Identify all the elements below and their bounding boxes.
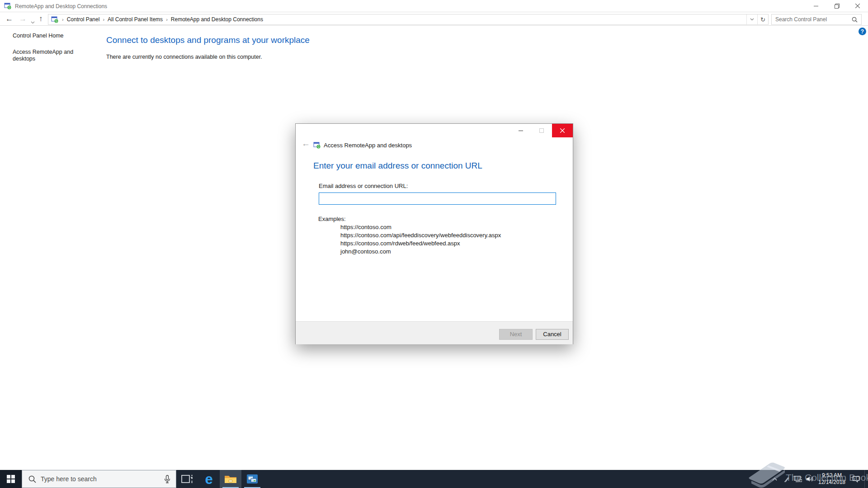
taskbar-search-box[interactable] (22, 470, 176, 488)
access-remoteapp-dialog: ← Access RemoteApp and desktops Enter yo… (295, 123, 573, 344)
dialog-heading: Enter your email address or connection U… (313, 161, 482, 171)
show-desktop-button[interactable] (864, 470, 868, 488)
address-field[interactable]: › Control Panel › All Control Panel Item… (48, 14, 769, 25)
address-bar: ← → ↑ › Control Panel › All Control Pane… (0, 13, 868, 26)
remoteapp-icon (4, 2, 11, 11)
dialog-maximize-button (531, 124, 552, 137)
breadcrumb-all-items[interactable]: All Control Panel Items (106, 16, 165, 23)
breadcrumb-separator: › (165, 17, 169, 22)
breadcrumb-control-panel[interactable]: Control Panel (65, 16, 102, 23)
window-title: RemoteApp and Desktop Connections (15, 3, 107, 9)
back-icon[interactable]: ← (5, 14, 13, 23)
action-center-icon[interactable] (849, 470, 863, 488)
breadcrumb-remoteapp[interactable]: RemoteApp and Desktop Connections (169, 16, 265, 23)
edge-button[interactable]: e (198, 470, 220, 488)
microphone-icon[interactable] (164, 475, 176, 483)
email-url-label: Email address or connection URL: (319, 183, 408, 189)
example-email: john@contoso.com (340, 248, 501, 256)
edge-icon: e (205, 472, 212, 486)
windows-logo-icon (7, 475, 15, 483)
remoteapp-window-button[interactable] (241, 470, 263, 488)
breadcrumb-separator: › (101, 17, 106, 22)
example-url: https://contoso.com (340, 223, 501, 231)
up-icon[interactable]: ↑ (39, 14, 43, 23)
sidebar-item-control-panel-home[interactable]: Control Panel Home (13, 33, 64, 39)
taskbar-search-input[interactable] (41, 475, 164, 483)
dialog-footer: Next Cancel (296, 321, 573, 344)
remoteapp-icon (313, 141, 321, 150)
tray-time: 9:52 AM (822, 472, 842, 479)
file-explorer-button[interactable] (220, 470, 241, 488)
restore-button[interactable] (826, 0, 847, 12)
dialog-title: Access RemoteApp and desktops (324, 142, 412, 149)
tray-date: 12/14/2018 (818, 479, 845, 486)
window-titlebar: RemoteApp and Desktop Connections (0, 0, 868, 12)
cancel-button[interactable]: Cancel (536, 329, 569, 340)
dialog-back-icon: ← (302, 139, 310, 148)
refresh-icon[interactable]: ↻ (757, 14, 768, 24)
email-url-input[interactable] (319, 192, 556, 205)
tray-app-icon[interactable] (781, 470, 792, 488)
breadcrumb-separator: › (61, 17, 65, 22)
search-input[interactable] (772, 16, 852, 23)
dialog-close-button[interactable] (552, 124, 573, 137)
search-icon[interactable] (852, 17, 861, 23)
examples-label: Examples: (318, 216, 346, 222)
sidebar-item-access-remoteapp[interactable]: Access RemoteApp and desktops (13, 49, 90, 62)
tray-chevron-up-icon[interactable] (769, 470, 780, 488)
network-icon[interactable] (792, 470, 804, 488)
address-dropdown-icon[interactable] (746, 14, 757, 24)
minimize-button[interactable] (806, 0, 826, 12)
remoteapp-tile-icon (247, 474, 258, 483)
example-url: https://contoso.com/rdweb/feed/webfeed.a… (340, 239, 501, 248)
page-title: Connect to desktops and programs at your… (106, 35, 310, 45)
task-view-button[interactable] (176, 470, 198, 488)
recent-locations-icon[interactable] (31, 18, 35, 26)
search-icon (22, 475, 41, 483)
taskbar: e 9:52 AM 12/14/2018 (0, 470, 868, 488)
close-button[interactable] (847, 0, 868, 12)
dialog-minimize-button[interactable] (510, 124, 531, 137)
empty-state-message: There are currently no connections avail… (106, 54, 262, 60)
tray-clock[interactable]: 9:52 AM 12/14/2018 (814, 470, 850, 488)
help-icon[interactable]: ? (859, 28, 866, 35)
file-explorer-icon (224, 474, 237, 484)
forward-icon[interactable]: → (19, 14, 27, 23)
task-view-icon (181, 474, 193, 484)
next-button: Next (499, 329, 533, 340)
search-box[interactable] (771, 14, 862, 25)
examples-list: https://contoso.com https://contoso.com/… (340, 223, 501, 256)
example-url: https://contoso.com/api/feeddiscovery/we… (340, 231, 501, 239)
remoteapp-icon (48, 16, 61, 23)
start-button[interactable] (0, 470, 22, 488)
